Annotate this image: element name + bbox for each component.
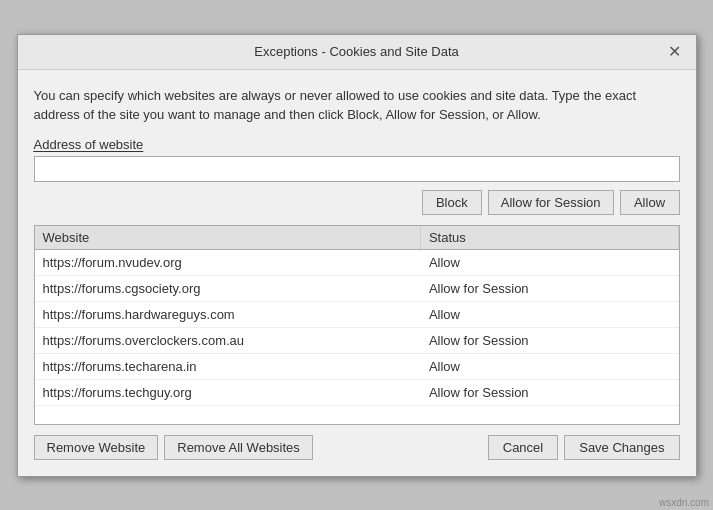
- status-cell: Allow for Session: [421, 276, 679, 301]
- table-row[interactable]: https://forum.nvudev.orgAllow: [35, 250, 679, 276]
- table-body[interactable]: https://forum.nvudev.orgAllowhttps://for…: [35, 250, 679, 424]
- titlebar: Exceptions - Cookies and Site Data ✕: [18, 35, 696, 70]
- address-label-text: Address of website: [34, 137, 144, 152]
- watermark: wsxdn.com: [659, 497, 709, 508]
- status-cell: Allow: [421, 354, 679, 379]
- status-cell: Allow: [421, 302, 679, 327]
- remove-all-websites-button[interactable]: Remove All Websites: [164, 435, 313, 460]
- website-cell: https://forums.cgsociety.org: [35, 276, 421, 301]
- website-cell: https://forums.techguy.org: [35, 380, 421, 405]
- block-button[interactable]: Block: [422, 190, 482, 215]
- table-row[interactable]: https://forums.techarena.inAllow: [35, 354, 679, 380]
- dialog-actions: Cancel Save Changes: [488, 435, 680, 460]
- save-changes-button[interactable]: Save Changes: [564, 435, 679, 460]
- dialog-body: You can specify which websites are alway…: [18, 70, 696, 476]
- allow-session-button[interactable]: Allow for Session: [488, 190, 614, 215]
- allow-button[interactable]: Allow: [620, 190, 680, 215]
- table-row[interactable]: https://forums.overclockers.com.auAllow …: [35, 328, 679, 354]
- close-button[interactable]: ✕: [666, 43, 684, 61]
- address-input[interactable]: [34, 156, 680, 182]
- website-cell: https://forum.nvudev.org: [35, 250, 421, 275]
- action-buttons: Block Allow for Session Allow: [34, 190, 680, 215]
- description-text: You can specify which websites are alway…: [34, 86, 680, 125]
- website-cell: https://forums.hardwareguys.com: [35, 302, 421, 327]
- status-cell: Allow: [421, 250, 679, 275]
- remove-website-button[interactable]: Remove Website: [34, 435, 159, 460]
- table-header: Website Status: [35, 226, 679, 250]
- remove-buttons: Remove Website Remove All Websites: [34, 435, 313, 460]
- status-cell: Allow for Session: [421, 328, 679, 353]
- website-cell: https://forums.techarena.in: [35, 354, 421, 379]
- dialog-title: Exceptions - Cookies and Site Data: [48, 44, 666, 59]
- exceptions-dialog: Exceptions - Cookies and Site Data ✕ You…: [17, 34, 697, 477]
- table-row[interactable]: https://forums.cgsociety.orgAllow for Se…: [35, 276, 679, 302]
- status-cell: Allow for Session: [421, 380, 679, 405]
- address-label: Address of website: [34, 137, 680, 152]
- bottom-buttons: Remove Website Remove All Websites Cance…: [34, 435, 680, 460]
- header-status: Status: [421, 226, 679, 249]
- website-cell: https://forums.overclockers.com.au: [35, 328, 421, 353]
- website-table: Website Status https://forum.nvudev.orgA…: [34, 225, 680, 425]
- cancel-button[interactable]: Cancel: [488, 435, 558, 460]
- header-website: Website: [35, 226, 421, 249]
- table-row[interactable]: https://forums.techguy.orgAllow for Sess…: [35, 380, 679, 406]
- table-row[interactable]: https://forums.hardwareguys.comAllow: [35, 302, 679, 328]
